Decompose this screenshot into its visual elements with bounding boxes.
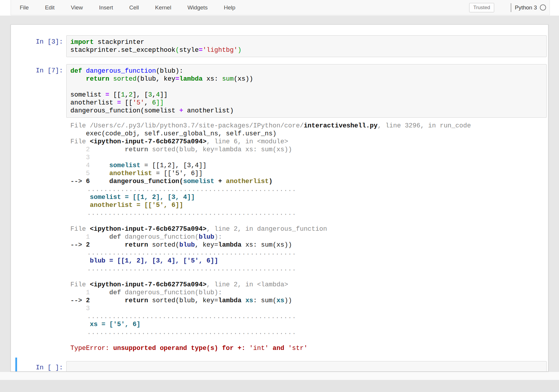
cell-output-area: File /Users/c/.py3/lib/python3.7/site-pa… — [66, 118, 547, 354]
input-prompt: In [7]: — [17, 64, 66, 75]
code-editor[interactable]: def dangerous_function(blub): return sor… — [70, 67, 544, 115]
notebook-container: In [3]: import stackprinter stackprinter… — [11, 24, 548, 372]
menu-divider — [511, 3, 511, 12]
menu-item-help[interactable]: Help — [224, 4, 235, 11]
menu-item-cell[interactable]: Cell — [129, 4, 139, 11]
menu-item-insert[interactable]: Insert — [99, 4, 113, 11]
menu-right-section: Trusted Python 3 — [469, 3, 550, 12]
kernel-status-icon — [540, 4, 546, 11]
code-input-area[interactable]: def dangerous_function(blub): return sor… — [66, 64, 547, 118]
below-notebook-light-band — [0, 372, 559, 380]
menu-item-list: FileEditViewInsertCellKernelWidgetsHelp — [20, 4, 252, 11]
empty-code-cell[interactable]: In [ ]: — [15, 358, 548, 372]
menu-item-widgets[interactable]: Widgets — [187, 4, 208, 11]
menu-bar: FileEditViewInsertCellKernelWidgetsHelp … — [11, 0, 550, 15]
code-cell-2: In [7]: def dangerous_function(blub): re… — [15, 61, 548, 358]
menu-item-file[interactable]: File — [20, 4, 29, 11]
input-prompt: In [3]: — [17, 35, 66, 46]
trusted-badge[interactable]: Trusted — [469, 3, 494, 12]
code-editor[interactable] — [70, 364, 544, 372]
menu-item-edit[interactable]: Edit — [45, 4, 55, 11]
code-input-area[interactable]: import stackprinter stackprinter.set_exc… — [66, 35, 547, 57]
input-prompt: In [ ]: — [17, 361, 66, 372]
code-cell-1: In [3]: import stackprinter stackprinter… — [15, 32, 548, 61]
menu-item-kernel[interactable]: Kernel — [155, 4, 171, 11]
code-editor[interactable]: import stackprinter stackprinter.set_exc… — [70, 38, 544, 54]
code-input-area[interactable] — [66, 361, 547, 372]
kernel-name-label: Python 3 — [515, 4, 537, 11]
menu-item-view[interactable]: View — [71, 4, 83, 11]
traceback-output: File /Users/c/.py3/lib/python3.7/site-pa… — [70, 122, 547, 352]
below-notebook-gray-band — [0, 380, 559, 392]
